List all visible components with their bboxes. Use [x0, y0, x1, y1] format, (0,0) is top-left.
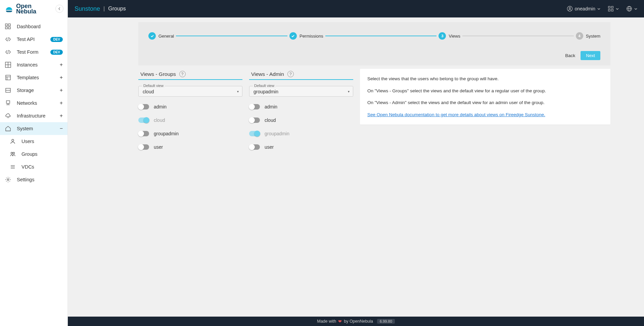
- help-icon[interactable]: ?: [179, 71, 186, 77]
- svg-rect-12: [6, 101, 10, 103]
- nav-instances[interactable]: Instances +: [0, 58, 67, 71]
- language-menu[interactable]: [626, 6, 637, 12]
- minus-icon: −: [60, 126, 63, 132]
- grid-icon: [5, 61, 11, 68]
- step-number: 4: [576, 32, 583, 40]
- chevron-down-icon: [597, 7, 600, 10]
- toggle-row: groupadmin: [138, 131, 242, 136]
- next-button[interactable]: Next: [581, 51, 600, 60]
- nav-groups[interactable]: Groups: [0, 148, 67, 160]
- views-groups-col: Views - Groups ? Default view cloud ▾ ad…: [138, 69, 242, 158]
- logo-icon: [4, 4, 14, 14]
- topbar-right: oneadmin: [567, 6, 638, 12]
- default-view-select-groups[interactable]: Default view cloud ▾: [138, 86, 242, 97]
- code-icon: [5, 36, 11, 43]
- info-text: Select the views that the users who belo…: [367, 76, 603, 82]
- toggle-label: user: [154, 144, 163, 150]
- nav-storage[interactable]: Storage +: [0, 84, 67, 97]
- nav-vdcs[interactable]: VDCs: [0, 160, 67, 173]
- nav-label: Networks: [17, 100, 54, 106]
- step-permissions[interactable]: Permissions: [289, 32, 323, 40]
- breadcrumb: Sunstone | Groups: [75, 5, 126, 12]
- nav-test-form[interactable]: Test Form DEV: [0, 46, 67, 58]
- plus-icon: +: [60, 113, 63, 119]
- nav-system[interactable]: System −: [0, 122, 67, 135]
- nav-settings[interactable]: Settings: [0, 173, 67, 186]
- templates-icon: [5, 74, 11, 81]
- toggle-admin[interactable]: [138, 104, 149, 109]
- user-menu[interactable]: oneadmin: [567, 6, 601, 12]
- collapse-sidebar-button[interactable]: [55, 5, 63, 13]
- toggle-label: groupadmin: [154, 131, 179, 136]
- check-icon: [148, 32, 156, 40]
- plus-icon: +: [60, 75, 63, 81]
- breadcrumb-page: Groups: [108, 6, 126, 12]
- storage-icon: [5, 87, 11, 94]
- stepper-card: General Permissions 3 Views 4: [138, 22, 610, 65]
- sidebar-header: Open Nebula: [0, 0, 67, 17]
- toggle-user[interactable]: [249, 144, 260, 150]
- toggle-cloud[interactable]: [138, 118, 149, 123]
- back-button[interactable]: Back: [564, 51, 577, 60]
- nav-users[interactable]: Users: [0, 135, 67, 148]
- toggle-label: admin: [154, 104, 167, 109]
- app-name: Sunstone: [75, 5, 100, 12]
- views-admin-col: Views - Admin ? Default view groupadmin …: [249, 69, 353, 158]
- svg-rect-25: [608, 6, 610, 8]
- select-value: cloud: [143, 89, 232, 94]
- toggle-groupadmin[interactable]: [249, 131, 260, 136]
- step-label: Permissions: [300, 34, 323, 39]
- nav-infrastructure[interactable]: Infrastructure +: [0, 109, 67, 122]
- doc-link[interactable]: See Open Nebula documentation to get mor…: [367, 112, 545, 117]
- nav-label: Storage: [17, 88, 54, 93]
- step-system[interactable]: 4 System: [576, 32, 600, 40]
- step-views[interactable]: 3 Views: [439, 32, 460, 40]
- svg-point-24: [569, 7, 570, 9]
- info-text: On "Views - Admin" select the views and …: [367, 99, 603, 106]
- info-text: On "Views - Groups" select the views and…: [367, 88, 603, 94]
- help-icon[interactable]: ?: [287, 71, 294, 77]
- toggle-row: user: [138, 144, 242, 150]
- toggle-cloud[interactable]: [249, 118, 260, 123]
- svg-point-22: [7, 179, 9, 181]
- step-label: Views: [449, 34, 460, 39]
- toggle-row: admin: [249, 104, 353, 109]
- user-icon: [9, 138, 16, 145]
- footer-text: by OpenNebula: [344, 319, 373, 324]
- default-view-select-admin[interactable]: Default view groupadmin ▾: [249, 86, 353, 97]
- toggle-label: admin: [265, 104, 277, 109]
- heart-icon: ❤: [338, 319, 342, 324]
- footer-text: Made with: [317, 319, 336, 324]
- step-number: 3: [439, 32, 446, 40]
- nav-dashboard[interactable]: Dashboard: [0, 20, 67, 33]
- toggle-label: cloud: [265, 118, 276, 123]
- form-row: Views - Groups ? Default view cloud ▾ ad…: [138, 69, 610, 158]
- step-line: [176, 36, 287, 36]
- apps-menu[interactable]: [608, 6, 619, 12]
- nav-label: Infrastructure: [17, 113, 54, 119]
- chevron-down-icon: ▾: [348, 90, 350, 93]
- nav-label: Test API: [17, 37, 45, 42]
- nav-test-api[interactable]: Test API DEV: [0, 33, 67, 46]
- section-title: Views - Groups: [140, 71, 176, 77]
- select-label: Default view: [253, 84, 276, 88]
- step-label: System: [586, 34, 600, 39]
- toggle-admin[interactable]: [249, 104, 260, 109]
- nav-label: Users: [21, 139, 63, 144]
- dev-badge: DEV: [50, 50, 63, 55]
- nav-templates[interactable]: Templates +: [0, 71, 67, 84]
- toggle-row: admin: [138, 104, 242, 109]
- users-icon: [9, 151, 16, 157]
- nav-label: Settings: [17, 177, 63, 182]
- logo-bottom: Nebula: [16, 9, 36, 14]
- nav-label: Test Form: [17, 49, 45, 55]
- username: oneadmin: [575, 6, 596, 11]
- plus-icon: +: [60, 62, 63, 68]
- nav-label: VDCs: [21, 164, 63, 170]
- toggle-label: groupadmin: [265, 131, 289, 136]
- nav-networks[interactable]: Networks +: [0, 97, 67, 109]
- toggle-groupadmin[interactable]: [138, 131, 149, 136]
- step-general[interactable]: General: [148, 32, 174, 40]
- toggle-user[interactable]: [138, 144, 149, 150]
- plus-icon: +: [60, 100, 63, 106]
